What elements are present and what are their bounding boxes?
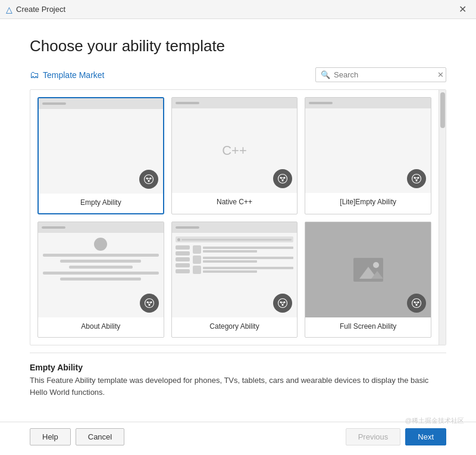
ability-badge-fullscreen [407,294,426,313]
card-label-lite-empty: [Lite]Empty Ability [337,193,399,211]
dialog-content: Choose your ability template 🗂 Template … [0,19,476,419]
svg-line-20 [416,178,418,181]
app-icon: △ [6,5,12,14]
template-card-about-ability[interactable]: About Ability [37,222,164,338]
search-box: 🔍 ✕ [315,67,446,82]
svg-line-12 [281,178,283,181]
cat-row-3 [193,266,294,274]
template-grid-wrapper: Empty Ability C++ [30,89,446,345]
cat-sidebar-item-5 [176,269,190,273]
title-bar-left: △ Create Project [6,5,65,14]
template-card-category-ability[interactable]: Category Ability [171,222,298,338]
card-preview-fullscreen [305,222,431,317]
fullscreen-image [353,258,383,282]
template-card-native-cpp[interactable]: C++ Native C++ [171,97,298,214]
svg-line-13 [283,178,284,181]
cat-line-1b [203,250,258,253]
card-label-category: Category Ability [207,317,261,335]
phone-bar-line-about [42,226,65,229]
cat-img-3 [193,266,201,274]
card-preview-category [172,222,298,317]
template-grid: Empty Ability C++ [30,90,439,345]
card-label-about: About Ability [79,317,123,335]
svg-line-26 [148,303,149,306]
svg-line-34 [283,303,284,306]
svg-line-33 [281,303,283,306]
cat-search-dot [177,238,180,241]
close-button[interactable]: ✕ [455,4,470,15]
about-line-2 [60,260,141,263]
help-button[interactable]: Help [30,428,71,445]
svg-line-45 [416,303,418,306]
template-card-full-screen-ability[interactable]: Full Screen Ability [305,222,431,338]
card-preview-about [38,222,164,317]
cat-lines-1 [203,247,294,253]
cat-search-line [181,239,292,241]
description-text: This Feature Ability template was develo… [30,375,446,398]
previous-button[interactable]: Previous [346,428,401,445]
svg-line-44 [415,303,416,306]
about-line-3 [69,266,133,269]
ability-badge-about [140,294,159,313]
top-bar: 🗂 Template Market 🔍 ✕ [30,67,446,82]
scrollbar[interactable] [439,90,446,345]
card-label-native-cpp: Native C++ [214,193,255,211]
search-clear-button[interactable]: ✕ [437,70,444,79]
cat-line-3a [203,267,294,269]
footer-right: Previous Next [346,428,446,445]
cat-lines-3 [203,267,294,273]
dialog-footer: Help Cancel Previous Next [0,422,476,455]
phone-bar [39,98,163,109]
description-section: Empty Ability This Feature Ability templ… [30,353,446,404]
cat-line-3b [203,270,258,273]
cat-img-2 [193,255,201,264]
svg-point-21 [145,299,154,308]
card-label-empty-ability: Empty Ability [78,194,124,211]
ability-badge [139,170,158,189]
svg-point-14 [412,174,421,183]
footer-left: Help Cancel [30,428,124,445]
template-card-lite-empty-ability[interactable]: [Lite]Empty Ability [305,97,431,214]
phone-bar-about [38,222,164,233]
cat-line-1a [203,247,294,249]
svg-line-5 [147,179,149,182]
cat-search-bar [176,236,294,242]
scrollbar-thumb[interactable] [440,92,445,128]
cat-sidebar-item-3 [176,257,190,261]
cat-sidebar-item-4 [176,263,190,267]
about-line-1 [43,254,159,257]
svg-point-7 [278,174,287,183]
template-card-empty-ability[interactable]: Empty Ability [37,97,164,214]
phone-bar-line-cat [176,226,199,229]
cat-sidebar [176,245,190,314]
cat-row-1 [193,245,294,254]
search-icon: 🔍 [321,70,330,79]
svg-line-19 [415,178,416,181]
card-label-fullscreen: Full Screen Ability [337,317,399,335]
phone-bar-lite [305,98,431,108]
title-bar-title: Create Project [16,5,65,14]
svg-point-28 [278,299,287,308]
cpp-text: C++ [222,143,247,158]
about-line-5 [60,278,141,281]
cat-line-2a [203,257,294,259]
phone-bar-line-lite [309,102,333,104]
svg-line-6 [149,179,151,182]
mountain-icon [353,258,383,282]
cat-sidebar-item-2 [176,251,190,255]
template-market-button[interactable]: 🗂 Template Market [30,70,104,80]
next-button[interactable]: Next [405,428,446,445]
search-input[interactable] [334,70,434,79]
title-bar: △ Create Project ✕ [0,0,476,19]
about-circle [94,238,107,251]
cat-img-1 [193,245,201,254]
svg-point-0 [144,175,153,184]
cancel-button[interactable]: Cancel [76,428,124,445]
cat-line-2b [203,260,258,263]
card-preview-native-cpp: C++ [172,98,298,193]
svg-point-39 [412,299,421,308]
template-market-label: Template Market [43,70,104,80]
cat-lines-2 [203,257,294,263]
phone-bar-line-cpp [176,102,199,104]
svg-point-38 [373,262,379,268]
